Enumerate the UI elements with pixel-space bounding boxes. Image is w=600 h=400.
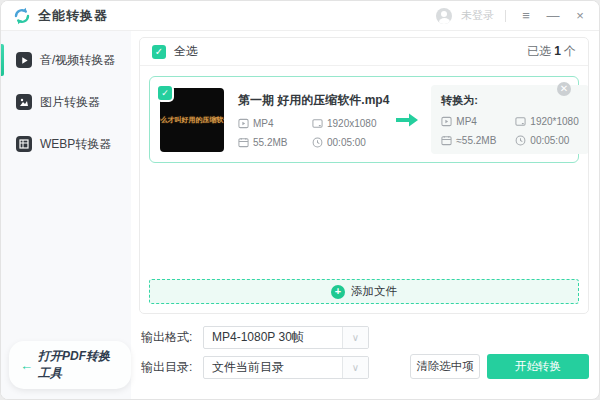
target-duration: 00:05:00 [515, 135, 578, 146]
output-format-value: MP4-1080P 30帧 [204, 329, 342, 346]
select-all-label: 全选 [174, 43, 198, 60]
output-directory-value: 文件当前目录 [204, 359, 342, 376]
resolution-icon [312, 118, 323, 129]
left-arrow-icon: ← [20, 358, 33, 373]
output-format-label: 输出格式: [141, 329, 203, 346]
target-format: MP4 [441, 116, 507, 127]
size-icon [238, 137, 249, 148]
footer-bar: 输出格式: MP4-1080P 30帧 ∨ 输出目录: 文件当前目录 ∨ [139, 314, 589, 399]
target-resolution: 1920*1080 [515, 116, 578, 127]
output-directory-select[interactable]: 文件当前目录 ∨ [203, 356, 369, 379]
chevron-down-icon: ∨ [342, 357, 368, 378]
start-convert-button[interactable]: 开始转换 [487, 354, 589, 379]
file-name: 第一期 好用的压缩软件.mp4 [238, 92, 389, 109]
sidebar-item-audio-video-converter[interactable]: 音/视频转换器 [1, 39, 131, 81]
sidebar: 音/视频转换器 图片转换器 WEBP转换器 ← 打开PDF转换工具 [1, 31, 131, 399]
app-logo-icon [13, 7, 31, 25]
clock-icon [515, 135, 526, 146]
sidebar-item-webp-converter[interactable]: WEBP转换器 [1, 123, 131, 165]
sidebar-item-label: WEBP转换器 [40, 136, 111, 153]
clock-icon [312, 137, 323, 148]
add-file-label: 添加文件 [351, 284, 397, 299]
file-checkbox[interactable]: ✓ [158, 86, 172, 100]
minimize-icon[interactable]: — [544, 7, 562, 25]
close-icon[interactable]: × [571, 7, 589, 25]
source-duration: 00:05:00 [312, 137, 389, 148]
chevron-down-icon: ∨ [342, 327, 368, 348]
audio-video-icon [16, 52, 32, 68]
list-header: ✓ 全选 已选1个 [140, 38, 588, 66]
titlebar-divider [505, 10, 506, 22]
thumbnail-caption: 什么才叫好用的压缩软件 [160, 115, 224, 125]
source-format: MP4 [238, 118, 304, 129]
target-size: ≈55.2MB [441, 135, 507, 146]
add-file-button[interactable]: + 添加文件 [149, 279, 579, 304]
clear-selected-button[interactable]: 清除选中项 [410, 354, 480, 379]
user-avatar[interactable] [436, 8, 452, 24]
sidebar-item-label: 图片转换器 [40, 94, 100, 111]
resolution-icon [515, 116, 526, 127]
selected-prefix: 已选 [527, 44, 551, 58]
app-window: 全能转换器 未登录 ≡ — × 音/视频转换器 [0, 0, 600, 400]
file-row: 什么才叫好用的压缩软件 ✓ 第一期 好用的压缩软件.mp4 MP4 [149, 76, 579, 163]
selected-count-value: 1 [554, 44, 561, 58]
selected-count: 已选1个 [527, 43, 576, 60]
main-area: ✓ 全选 已选1个 什么才叫好用的压缩软件 ✓ 第一期 好用的压缩软件.mp4 [131, 31, 599, 399]
titlebar: 全能转换器 未登录 ≡ — × [1, 1, 599, 31]
source-resolution: 1920x1080 [312, 118, 389, 129]
target-label: 转换为: [441, 93, 578, 108]
sidebar-item-image-converter[interactable]: 图片转换器 [1, 81, 131, 123]
app-title: 全能转换器 [38, 7, 108, 25]
plus-icon: + [331, 285, 345, 299]
convert-arrow-icon [395, 111, 419, 129]
active-accent-bar [1, 44, 4, 76]
select-all-checkbox[interactable]: ✓ [152, 45, 166, 59]
webp-icon [16, 136, 32, 152]
file-list-panel: ✓ 全选 已选1个 什么才叫好用的压缩软件 ✓ 第一期 好用的压缩软件.mp4 [139, 37, 589, 314]
open-pdf-tool-button[interactable]: ← 打开PDF转换工具 [9, 341, 131, 389]
format-icon [238, 118, 249, 129]
output-format-select[interactable]: MP4-1080P 30帧 ∨ [203, 326, 369, 349]
menu-icon[interactable]: ≡ [517, 7, 535, 25]
size-icon [441, 135, 452, 146]
image-icon [16, 94, 32, 110]
source-file-info: 第一期 好用的压缩软件.mp4 MP4 1920x1080 [238, 92, 389, 148]
pdf-tool-label: 打开PDF转换工具 [38, 348, 118, 382]
sidebar-item-label: 音/视频转换器 [40, 52, 115, 69]
thumbnail-wrap: 什么才叫好用的压缩软件 ✓ [160, 88, 224, 152]
format-icon [441, 116, 452, 127]
selected-suffix: 个 [564, 44, 576, 58]
remove-file-icon[interactable]: ✕ [557, 82, 571, 96]
output-directory-label: 输出目录: [141, 359, 203, 376]
source-size: 55.2MB [238, 137, 304, 148]
login-status[interactable]: 未登录 [461, 8, 494, 23]
